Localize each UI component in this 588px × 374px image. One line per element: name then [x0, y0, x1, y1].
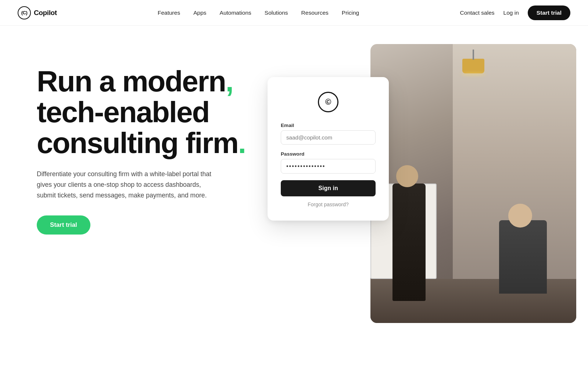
- hero-headline: Run a modern, tech-enabled consulting fi…: [37, 66, 245, 159]
- email-input[interactable]: [281, 130, 376, 145]
- nav-automations[interactable]: Automations: [220, 10, 251, 16]
- hero-description: Differentiate your consulting firm with …: [37, 169, 213, 201]
- signin-button[interactable]: Sign in: [281, 180, 376, 196]
- email-field-group: Email: [281, 123, 376, 151]
- logo-text: Copilot: [34, 9, 57, 17]
- nav-start-trial-button[interactable]: Start trial: [528, 6, 570, 20]
- ceiling-light: [462, 59, 484, 73]
- hero-right: © Email Password Sign in Forgot password…: [268, 48, 559, 305]
- logo-icon: (C): [18, 6, 31, 19]
- office-background: [370, 44, 576, 323]
- nav-links: Features Apps Automations Solutions Reso…: [158, 10, 359, 16]
- hero-headline-line2: tech-enabled: [37, 96, 209, 128]
- forgot-password-link[interactable]: Forgot password?: [281, 201, 376, 207]
- nav-resources[interactable]: Resources: [301, 10, 329, 16]
- password-input[interactable]: [281, 159, 376, 174]
- card-logo: ©: [281, 92, 376, 112]
- logo-link[interactable]: (C) Copilot: [18, 6, 57, 19]
- nav-pricing[interactable]: Pricing: [342, 10, 359, 16]
- person-standing: [392, 184, 426, 301]
- nav-features[interactable]: Features: [158, 10, 180, 16]
- contact-sales-link[interactable]: Contact sales: [460, 10, 495, 16]
- hero-section: Run a modern, tech-enabled consulting fi…: [0, 26, 588, 374]
- hero-start-trial-button[interactable]: Start trial: [37, 215, 90, 235]
- hero-headline-line3: consulting firm.: [37, 127, 245, 159]
- password-label: Password: [281, 151, 376, 157]
- nav-solutions[interactable]: Solutions: [265, 10, 288, 16]
- hero-left: Run a modern, tech-enabled consulting fi…: [37, 55, 245, 235]
- card-logo-icon: ©: [318, 92, 338, 112]
- nav-right: Contact sales Log in Start trial: [460, 6, 570, 20]
- password-field-group: Password: [281, 151, 376, 180]
- hero-headline-line1: Run a modern,: [37, 65, 233, 98]
- login-link[interactable]: Log in: [503, 10, 519, 16]
- email-label: Email: [281, 123, 376, 128]
- login-card: © Email Password Sign in Forgot password…: [268, 77, 389, 221]
- nav-apps[interactable]: Apps: [193, 10, 206, 16]
- person-sitting: [499, 220, 547, 294]
- navbar: (C) Copilot Features Apps Automations So…: [0, 0, 588, 26]
